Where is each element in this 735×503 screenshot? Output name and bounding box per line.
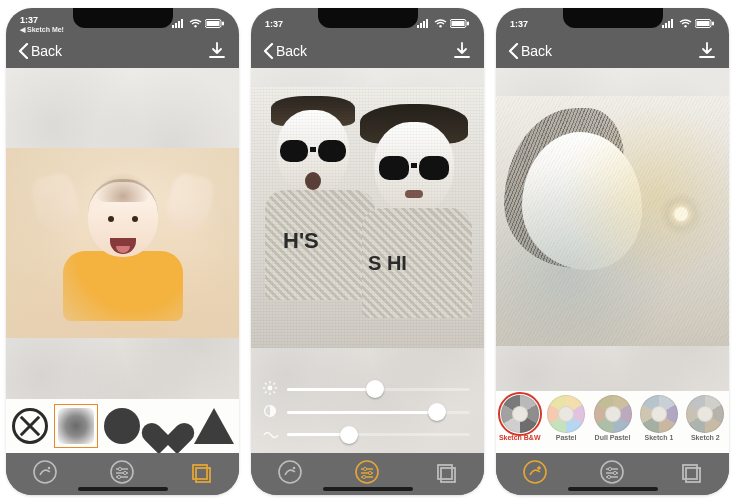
- editor-canvas[interactable]: Sketch B&WPastelDull PastelSketch 1Sketc…: [496, 68, 729, 453]
- wifi-icon: [679, 19, 692, 30]
- svg-point-10: [111, 461, 133, 483]
- signal-icon: [417, 19, 431, 30]
- editor-canvas[interactable]: [251, 68, 484, 453]
- shape-mask-picker: [6, 399, 239, 453]
- phone-screenshot-2: 1:37 Back: [251, 8, 484, 495]
- download-button[interactable]: [452, 41, 472, 61]
- svg-rect-18: [423, 21, 425, 28]
- nav-bar: Back: [496, 34, 729, 68]
- edited-photo: [496, 96, 729, 346]
- wave-icon: [263, 426, 279, 444]
- svg-rect-45: [671, 19, 673, 28]
- edited-photo: [251, 86, 484, 348]
- shape-option-circle[interactable]: [100, 404, 144, 448]
- slider-thumb[interactable]: [428, 403, 446, 421]
- download-button[interactable]: [697, 41, 717, 61]
- color-wheel-icon: [594, 395, 632, 433]
- battery-icon: [450, 19, 470, 30]
- shape-option-triangle[interactable]: [192, 404, 236, 448]
- effect-option-sketch-2[interactable]: Sketch 2: [684, 395, 727, 441]
- effects-icon: [522, 459, 548, 485]
- svg-rect-16: [417, 25, 419, 28]
- effects-icon: [277, 459, 303, 485]
- wifi-icon: [189, 19, 202, 30]
- svg-line-30: [274, 392, 276, 394]
- svg-point-39: [363, 475, 366, 478]
- battery-icon: [695, 19, 715, 30]
- svg-point-24: [268, 386, 273, 391]
- brightness-icon: [263, 381, 277, 399]
- shape-option-square-blur[interactable]: [54, 404, 98, 448]
- svg-rect-3: [181, 19, 183, 28]
- slider-contrast[interactable]: [287, 402, 470, 423]
- svg-point-12: [124, 471, 127, 474]
- status-time: 1:37: [510, 19, 528, 29]
- crop-tool-button[interactable]: [430, 457, 460, 487]
- effect-option-sketch-b-w[interactable]: Sketch B&W: [498, 395, 541, 441]
- adjust-tool-button[interactable]: [107, 457, 137, 487]
- svg-rect-43: [665, 23, 667, 28]
- signal-icon: [172, 19, 186, 30]
- slider-brightness[interactable]: [287, 379, 470, 400]
- color-wheel-icon: [547, 395, 585, 433]
- download-icon: [452, 41, 472, 61]
- effect-label: Sketch B&W: [499, 434, 541, 441]
- svg-rect-23: [467, 21, 469, 25]
- home-indicator[interactable]: [568, 487, 658, 491]
- shape-option-heart[interactable]: [146, 404, 190, 448]
- effects-tool-button[interactable]: [30, 457, 60, 487]
- effect-option-dull-pastel[interactable]: Dull Pastel: [591, 395, 634, 441]
- slider-thumb[interactable]: [340, 426, 358, 444]
- heart-icon: [150, 410, 186, 442]
- svg-point-20: [439, 25, 441, 27]
- back-button[interactable]: Back: [18, 43, 62, 59]
- adjust-tool-button[interactable]: [597, 457, 627, 487]
- svg-rect-2: [178, 21, 180, 28]
- slider-track: [287, 433, 470, 436]
- download-icon: [207, 41, 227, 61]
- color-wheel-icon: [640, 395, 678, 433]
- svg-rect-44: [668, 21, 670, 28]
- svg-point-46: [684, 25, 686, 27]
- svg-rect-0: [172, 25, 174, 28]
- back-label: Back: [276, 43, 307, 59]
- effect-option-pastel[interactable]: Pastel: [544, 395, 587, 441]
- slider-wave[interactable]: [287, 424, 470, 445]
- svg-point-36: [356, 461, 378, 483]
- effect-option-sketch-1[interactable]: Sketch 1: [637, 395, 680, 441]
- back-button[interactable]: Back: [263, 43, 307, 59]
- effects-icon: [32, 459, 58, 485]
- wifi-icon: [434, 19, 447, 30]
- slider-track: [287, 388, 470, 391]
- effects-tool-button[interactable]: [520, 457, 550, 487]
- svg-point-54: [614, 471, 617, 474]
- photo-subject-child: [63, 179, 183, 329]
- crop-icon: [187, 459, 213, 485]
- return-to-app[interactable]: ◀ Sketch Me!: [20, 26, 64, 34]
- shape-option-none[interactable]: [8, 404, 52, 448]
- photo-subject-couple: [251, 86, 484, 348]
- svg-rect-7: [222, 21, 224, 25]
- download-button[interactable]: [207, 41, 227, 61]
- blur-square-icon: [58, 408, 94, 444]
- home-indicator[interactable]: [323, 487, 413, 491]
- circle-icon: [104, 408, 140, 444]
- adjust-tool-button[interactable]: [352, 457, 382, 487]
- svg-rect-1: [175, 23, 177, 28]
- status-bar: 1:37 ◀ Sketch Me!: [6, 8, 239, 34]
- home-indicator[interactable]: [78, 487, 168, 491]
- slider-thumb[interactable]: [366, 380, 384, 398]
- back-button[interactable]: Back: [508, 43, 552, 59]
- crop-tool-button[interactable]: [185, 457, 215, 487]
- chevron-left-icon: [18, 43, 29, 59]
- download-icon: [697, 41, 717, 61]
- sliders-icon: [599, 459, 625, 485]
- crop-tool-button[interactable]: [675, 457, 705, 487]
- effects-tool-button[interactable]: [275, 457, 305, 487]
- color-wheel-icon: [501, 395, 539, 433]
- editor-canvas[interactable]: [6, 68, 239, 453]
- status-bar: 1:37: [251, 8, 484, 34]
- svg-point-50: [524, 461, 546, 483]
- sliders-icon: [109, 459, 135, 485]
- svg-rect-42: [662, 25, 664, 28]
